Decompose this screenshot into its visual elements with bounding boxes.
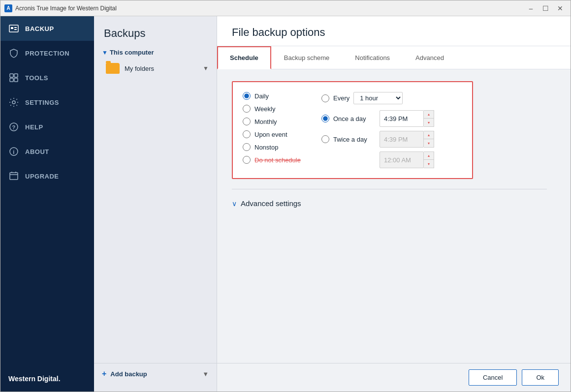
about-icon: i bbox=[8, 146, 19, 157]
add-backup-label: Add backup bbox=[110, 370, 147, 378]
folder-icon bbox=[106, 63, 120, 74]
every-row: Every 1 hour 2 hours 3 hours bbox=[321, 92, 462, 104]
every-option[interactable]: Every bbox=[321, 94, 349, 102]
close-button[interactable]: ✕ bbox=[554, 3, 567, 13]
weekly-option[interactable]: Weekly bbox=[243, 105, 312, 113]
once-a-day-radio[interactable] bbox=[321, 115, 329, 122]
my-folders-row[interactable]: My folders ▼ bbox=[94, 59, 217, 78]
tabs-bar: Schedule Backup scheme Notifications Adv… bbox=[217, 46, 571, 69]
svg-rect-5 bbox=[14, 74, 18, 77]
schedule-time-options: Every 1 hour 2 hours 3 hours bbox=[312, 92, 462, 168]
sidebar-item-about-label: ABOUT bbox=[25, 148, 49, 155]
backups-bottom: + Add backup ▼ bbox=[94, 363, 217, 392]
twice-a-day-time1-group: ▴ ▾ bbox=[380, 131, 434, 148]
add-backup-chevron-icon: ▼ bbox=[202, 370, 209, 378]
twice-a-day-radio[interactable] bbox=[321, 135, 329, 143]
this-computer-chevron-icon: ▼ bbox=[102, 49, 108, 56]
do-not-schedule-option[interactable]: Do not schedule bbox=[243, 156, 312, 164]
twice-a-day-time1-down-button: ▾ bbox=[424, 139, 434, 147]
monthly-option[interactable]: Monthly bbox=[243, 118, 312, 125]
svg-rect-1 bbox=[11, 27, 13, 29]
sidebar-item-upgrade-label: UPGRADE bbox=[25, 173, 59, 180]
this-computer-row[interactable]: ▼ This computer bbox=[94, 46, 217, 59]
once-a-day-option[interactable]: Once a day bbox=[321, 115, 376, 122]
window-controls: ‒ ☐ ✕ bbox=[524, 3, 567, 13]
schedule-content: Daily Weekly Monthly bbox=[217, 69, 571, 363]
this-computer-label: This computer bbox=[110, 49, 154, 56]
tab-backup-scheme[interactable]: Backup scheme bbox=[271, 46, 343, 69]
tools-icon bbox=[8, 72, 19, 83]
once-a-day-up-button[interactable]: ▴ bbox=[424, 111, 434, 119]
add-backup-plus-icon: + bbox=[102, 369, 106, 378]
backups-panel: Backups ▼ This computer My folders ▼ bbox=[94, 16, 217, 363]
svg-text:?: ? bbox=[12, 124, 15, 130]
svg-rect-6 bbox=[10, 78, 13, 82]
sidebar-item-tools-label: TOOLS bbox=[25, 74, 48, 82]
maximize-button[interactable]: ☐ bbox=[539, 3, 552, 13]
svg-rect-2 bbox=[14, 27, 17, 28]
schedule-frequency-list: Daily Weekly Monthly bbox=[243, 92, 312, 168]
tab-schedule[interactable]: Schedule bbox=[217, 46, 271, 69]
sidebar-item-settings[interactable]: SETTINGS bbox=[0, 90, 94, 115]
weekly-radio[interactable] bbox=[243, 105, 251, 113]
twice-a-day-time2-input bbox=[380, 151, 424, 168]
svg-rect-13 bbox=[10, 173, 18, 180]
sidebar-item-backup-label: BACKUP bbox=[25, 25, 54, 32]
svg-rect-7 bbox=[14, 78, 18, 82]
options-bottom: Cancel Ok bbox=[217, 363, 571, 392]
sidebar-item-about[interactable]: i ABOUT bbox=[0, 139, 94, 164]
backups-title: Backups bbox=[94, 16, 217, 46]
upon-event-radio[interactable] bbox=[243, 130, 251, 138]
help-icon: ? bbox=[8, 121, 19, 132]
title-bar: A Acronis True Image for Western Digital… bbox=[0, 0, 571, 16]
add-backup-button[interactable]: + Add backup ▼ bbox=[102, 369, 209, 378]
sidebar-item-protection[interactable]: PROTECTION bbox=[0, 41, 94, 65]
twice-a-day-row: Twice a day ▴ ▾ bbox=[321, 131, 462, 148]
daily-radio[interactable] bbox=[243, 92, 251, 100]
daily-option[interactable]: Daily bbox=[243, 92, 312, 100]
sidebar-item-help[interactable]: ? HELP bbox=[0, 115, 94, 139]
upon-event-option[interactable]: Upon event bbox=[243, 130, 312, 138]
svg-rect-3 bbox=[14, 29, 17, 30]
tab-notifications[interactable]: Notifications bbox=[342, 46, 403, 69]
once-a-day-time-input-group: ▴ ▾ bbox=[380, 110, 434, 127]
app-window: A Acronis True Image for Western Digital… bbox=[0, 0, 571, 392]
twice-a-day-time2-group: ▴ ▾ bbox=[380, 151, 434, 168]
nonstop-option[interactable]: Nonstop bbox=[243, 143, 312, 151]
bottom-bar: + Add backup ▼ Cancel Ok bbox=[94, 363, 571, 392]
once-a-day-time-input[interactable] bbox=[380, 110, 424, 127]
sidebar-item-upgrade[interactable]: UPGRADE bbox=[0, 164, 94, 188]
advanced-settings-row[interactable]: ∨ Advanced settings bbox=[232, 199, 556, 208]
twice-a-day-time2-up-button: ▴ bbox=[424, 152, 434, 160]
backup-icon bbox=[8, 23, 19, 34]
right-panel: File backup options Schedule Backup sche… bbox=[217, 16, 571, 363]
protection-icon bbox=[8, 48, 19, 59]
every-radio[interactable] bbox=[321, 94, 329, 102]
sidebar: BACKUP PROTECTION bbox=[0, 16, 94, 392]
minimize-button[interactable]: ‒ bbox=[524, 3, 537, 13]
cancel-button[interactable]: Cancel bbox=[469, 369, 517, 386]
ok-button[interactable]: Ok bbox=[522, 369, 559, 386]
sidebar-item-settings-label: SETTINGS bbox=[25, 99, 59, 106]
once-a-day-spinners: ▴ ▾ bbox=[424, 110, 434, 127]
twice-a-day-time2-row: ▴ ▾ bbox=[321, 151, 462, 168]
schedule-options-box: Daily Weekly Monthly bbox=[232, 81, 473, 179]
tab-advanced[interactable]: Advanced bbox=[403, 46, 457, 69]
sidebar-item-protection-label: PROTECTION bbox=[25, 50, 69, 57]
folder-expand-icon: ▼ bbox=[203, 65, 209, 72]
once-a-day-row: Once a day ▴ ▾ bbox=[321, 110, 462, 127]
once-a-day-down-button[interactable]: ▾ bbox=[424, 119, 434, 126]
monthly-radio[interactable] bbox=[243, 118, 251, 125]
nonstop-radio[interactable] bbox=[243, 143, 251, 151]
twice-a-day-option[interactable]: Twice a day bbox=[321, 135, 376, 143]
main-panels: BACKUP PROTECTION bbox=[0, 16, 571, 392]
svg-point-8 bbox=[12, 101, 15, 104]
do-not-schedule-radio[interactable] bbox=[243, 156, 251, 164]
app-title: Acronis True Image for Western Digital bbox=[15, 5, 524, 12]
advanced-settings-label: Advanced settings bbox=[241, 199, 301, 208]
every-dropdown[interactable]: 1 hour 2 hours 3 hours bbox=[353, 92, 403, 104]
svg-text:i: i bbox=[13, 149, 15, 155]
twice-a-day-time1-up-button: ▴ bbox=[424, 131, 434, 139]
sidebar-item-backup[interactable]: BACKUP bbox=[0, 16, 94, 41]
sidebar-item-tools[interactable]: TOOLS bbox=[0, 65, 94, 90]
